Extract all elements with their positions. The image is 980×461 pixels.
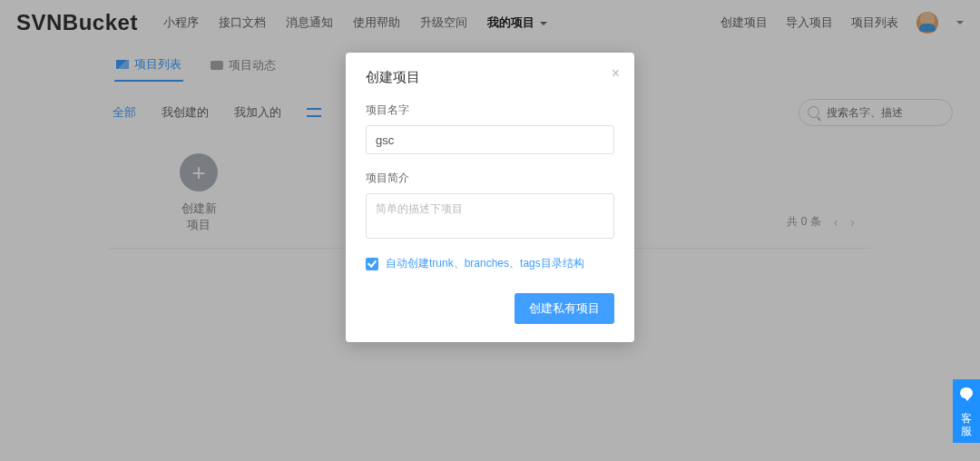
name-label: 项目名字 <box>366 103 614 118</box>
chat-icon[interactable] <box>953 379 980 407</box>
project-desc-input[interactable] <box>366 193 614 239</box>
support-label: 客服 <box>953 407 980 443</box>
create-project-modal: 创建项目 × 项目名字 项目简介 自动创建trunk、branches、tags… <box>346 53 634 342</box>
checkbox-checked-icon[interactable] <box>366 258 378 270</box>
auto-structure-checkbox-row[interactable]: 自动创建trunk、branches、tags目录结构 <box>366 256 614 271</box>
auto-structure-label: 自动创建trunk、branches、tags目录结构 <box>386 256 584 271</box>
modal-title: 创建项目 <box>366 69 614 86</box>
modal-overlay[interactable]: 创建项目 × 项目名字 项目简介 自动创建trunk、branches、tags… <box>0 0 980 461</box>
create-private-project-button[interactable]: 创建私有项目 <box>514 293 614 324</box>
project-name-input[interactable] <box>366 125 614 154</box>
close-icon[interactable]: × <box>612 65 620 82</box>
modal-footer: 创建私有项目 <box>366 293 614 324</box>
desc-label: 项目简介 <box>366 171 614 186</box>
support-widget[interactable]: 客服 <box>953 379 980 443</box>
